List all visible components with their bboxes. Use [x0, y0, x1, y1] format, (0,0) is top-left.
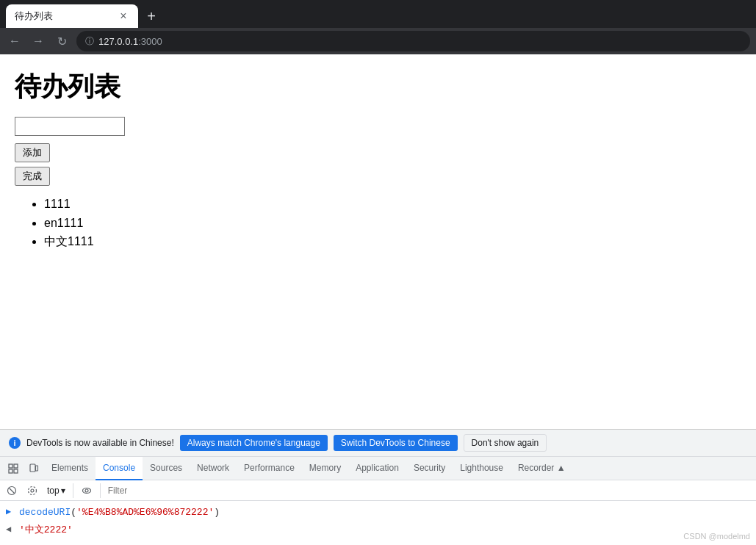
browser-chrome: 待办列表 × + ← → ↻ ⓘ 127.0.0.1:3000 [0, 0, 756, 54]
dont-show-button[interactable]: Don't show again [464, 434, 547, 452]
done-button[interactable]: 完成 [15, 167, 50, 186]
switch-chinese-button[interactable]: Switch DevTools to Chinese [334, 435, 458, 451]
settings-button[interactable] [24, 482, 41, 499]
eye-button[interactable] [78, 482, 96, 499]
watermark: CSDN @modelmd [683, 532, 750, 541]
todo-list: 1111 en1111 中文1111 [15, 195, 741, 251]
console-input-line: ▶ decodeURI('%E4%B8%AD%E6%96%872222') [6, 504, 750, 521]
forward-button[interactable]: → [29, 32, 47, 50]
input-arrow: ▶ [6, 505, 16, 519]
filter-input[interactable] [105, 486, 753, 496]
list-item: 1111 [44, 195, 741, 214]
tab-close-button[interactable]: × [118, 10, 129, 22]
svg-point-11 [85, 489, 88, 492]
toolbar-divider-2 [100, 483, 101, 498]
tab-application[interactable]: Application [348, 457, 406, 480]
notification-text: DevTools is now available in Chinese! [26, 438, 174, 448]
tab-security[interactable]: Security [406, 457, 453, 480]
tab-recorder[interactable]: Recorder ▲ [511, 457, 573, 480]
toolbar-divider [73, 483, 73, 498]
page-title: 待办列表 [15, 69, 741, 105]
devtools-panel: i DevTools is now available in Chinese! … [0, 429, 756, 545]
context-selector[interactable]: top ▾ [44, 484, 68, 497]
back-button[interactable]: ← [6, 32, 24, 50]
svg-point-8 [31, 489, 34, 492]
tab-bar: 待办列表 × + [0, 0, 756, 28]
address-bar: ← → ↻ ⓘ 127.0.0.1:3000 [0, 28, 756, 54]
info-icon: i [9, 437, 21, 449]
console-output-value: '中文2222' [19, 523, 73, 538]
output-arrow: ◀ [6, 523, 16, 536]
tab-performance[interactable]: Performance [237, 457, 302, 480]
list-item: 中文1111 [44, 232, 741, 251]
svg-rect-1 [14, 464, 18, 468]
svg-rect-2 [9, 469, 12, 473]
inspect-element-button[interactable] [3, 458, 24, 479]
tab-lighthouse[interactable]: Lighthouse [453, 457, 511, 480]
tab-sources[interactable]: Sources [143, 457, 190, 480]
tab-network[interactable]: Network [190, 457, 237, 480]
devtools-tabs: Elements Console Sources Network Perform… [0, 457, 756, 480]
svg-rect-5 [36, 466, 38, 471]
active-tab[interactable]: 待办列表 × [6, 4, 138, 28]
list-item: en1111 [44, 214, 741, 233]
add-button[interactable]: 添加 [15, 143, 50, 162]
language-match-button[interactable]: Always match Chrome's language [180, 435, 328, 451]
device-toolbar-button[interactable] [24, 458, 44, 479]
secure-icon: ⓘ [85, 35, 94, 48]
tab-title: 待办列表 [15, 10, 112, 23]
tab-memory[interactable]: Memory [302, 457, 348, 480]
devtools-notification: i DevTools is now available in Chinese! … [0, 430, 756, 457]
svg-rect-4 [30, 464, 35, 472]
tab-elements[interactable]: Elements [44, 457, 96, 480]
address-text: 127.0.0.1:3000 [98, 36, 162, 47]
new-tab-button[interactable]: + [141, 6, 162, 26]
svg-rect-0 [9, 464, 12, 468]
console-output: ▶ decodeURI('%E4%B8%AD%E6%96%872222') ◀ … [0, 501, 756, 545]
svg-rect-3 [14, 469, 18, 473]
context-label: top [47, 486, 60, 496]
console-toolbar: top ▾ [0, 480, 756, 501]
svg-point-9 [29, 486, 37, 494]
address-bar-input[interactable]: ⓘ 127.0.0.1:3000 [76, 31, 750, 51]
reload-button[interactable]: ↻ [53, 32, 71, 50]
page-content: 待办列表 添加 完成 1111 en1111 中文1111 [0, 54, 756, 398]
context-dropdown-icon: ▾ [61, 486, 65, 496]
console-output-line: ◀ '中文2222' [6, 521, 750, 539]
todo-input[interactable] [15, 117, 125, 136]
console-input-code: decodeURI('%E4%B8%AD%E6%96%872222') [19, 505, 220, 520]
clear-console-button[interactable] [3, 482, 21, 499]
svg-line-7 [10, 488, 15, 493]
tab-console[interactable]: Console [96, 457, 143, 480]
